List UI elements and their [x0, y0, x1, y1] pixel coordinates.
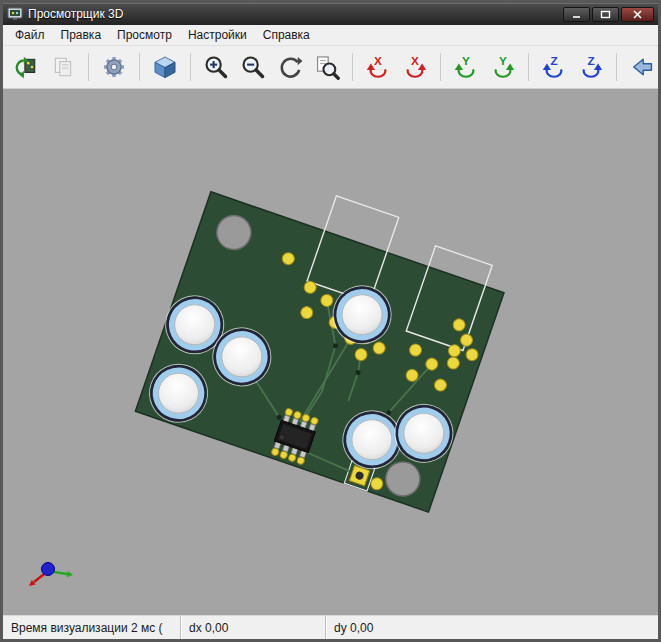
3d-scene[interactable]: [3, 89, 658, 615]
menu-preferences[interactable]: Настройки: [180, 25, 255, 45]
redraw-icon: [277, 54, 303, 80]
rotate-x-neg-button[interactable]: X: [361, 50, 395, 84]
rotate-y-neg-button[interactable]: Y: [449, 50, 483, 84]
reload-board-button[interactable]: [9, 50, 43, 84]
maximize-icon: [600, 10, 611, 19]
menu-view[interactable]: Просмотр: [109, 25, 180, 45]
zoom-in-button[interactable]: [199, 50, 233, 84]
rotate-z-cw-icon: Z: [578, 54, 604, 80]
close-button[interactable]: [621, 7, 654, 22]
toolbar-separator: [139, 53, 140, 81]
toolbar-separator: [190, 53, 191, 81]
toolbar: X X Y: [3, 46, 658, 89]
rotate-x-ccw-icon: X: [365, 54, 391, 80]
menu-edit[interactable]: Правка: [53, 25, 110, 45]
app-icon: [7, 7, 23, 21]
zoom-out-icon: [240, 54, 266, 80]
cube-3d-icon: [152, 54, 178, 80]
menu-bar: Файл Правка Просмотр Настройки Справка: [3, 25, 658, 46]
toolbar-separator: [88, 53, 89, 81]
menu-file[interactable]: Файл: [7, 25, 53, 45]
3d-viewer-window: Просмотрщик 3D Файл Правка П: [0, 0, 661, 642]
status-bar: Время визуализации 2 мс ( dx 0,00 dy 0,0…: [3, 615, 658, 639]
zoom-fit-button[interactable]: [310, 50, 344, 84]
rotate-x-cw-icon: X: [402, 54, 428, 80]
zoom-out-button[interactable]: [236, 50, 270, 84]
settings-button[interactable]: [97, 50, 131, 84]
close-icon: [632, 10, 643, 19]
toolbar-separator: [352, 53, 353, 81]
title-bar[interactable]: Просмотрщик 3D: [3, 3, 658, 25]
rotate-z-neg-button[interactable]: Z: [537, 50, 571, 84]
move-left-button[interactable]: [625, 50, 659, 84]
zoom-fit-icon: [314, 54, 340, 80]
toolbar-separator: [528, 53, 529, 81]
status-render-time: Время визуализации 2 мс (: [3, 616, 181, 639]
window-title: Просмотрщик 3D: [28, 7, 123, 21]
status-dy: dy 0,00: [326, 616, 658, 639]
rotate-y-cw-icon: Y: [490, 54, 516, 80]
svg-text:X: X: [411, 54, 419, 68]
svg-text:Y: Y: [462, 54, 470, 68]
status-dx: dx 0,00: [181, 616, 326, 639]
gear-icon: [101, 54, 127, 80]
toolbar-separator: [616, 53, 617, 81]
copy-image-icon: [51, 55, 75, 79]
copy-image-button[interactable]: [46, 50, 80, 84]
rotate-z-pos-button[interactable]: Z: [574, 50, 608, 84]
redraw-button[interactable]: [273, 50, 307, 84]
zoom-in-icon: [203, 54, 229, 80]
move-left-icon: [629, 54, 655, 80]
svg-text:Y: Y: [499, 54, 507, 68]
svg-text:Z: Z: [587, 54, 594, 68]
rotate-y-pos-button[interactable]: Y: [486, 50, 520, 84]
svg-text:Z: Z: [550, 54, 557, 68]
maximize-button[interactable]: [592, 7, 619, 22]
reload-board-icon: [14, 55, 38, 79]
svg-text:X: X: [374, 54, 382, 68]
rotate-z-ccw-icon: Z: [541, 54, 567, 80]
minimize-button[interactable]: [563, 7, 590, 22]
display-options-button[interactable]: [148, 50, 182, 84]
rotate-x-pos-button[interactable]: X: [398, 50, 432, 84]
menu-help[interactable]: Справка: [255, 25, 318, 45]
rotate-y-ccw-icon: Y: [453, 54, 479, 80]
z-axis-dot: [42, 563, 55, 576]
minimize-icon: [571, 10, 582, 19]
3d-viewport[interactable]: [3, 89, 658, 615]
toolbar-separator: [440, 53, 441, 81]
